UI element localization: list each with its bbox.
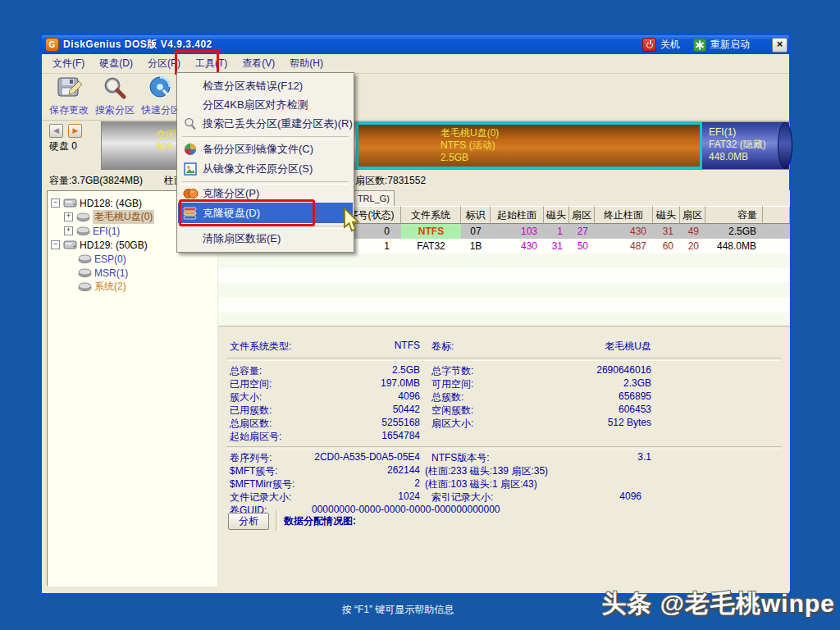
menu-item-search-lost-partitions[interactable]: 搜索已丢失分区(重建分区表)(R) [178,114,353,133]
expand-icon[interactable]: + [64,226,73,235]
mouse-cursor [343,208,363,237]
menu-item-label: 检查分区表错误(F12) [203,79,303,94]
cell-filesystem: NTFS [401,224,461,239]
analyze-button[interactable]: 分析 [228,513,269,530]
detail-chs-suffix: (柱面:103 磁头:1 扇区:43) [425,477,537,491]
detail-value: 老毛桃U盘 [556,340,651,353]
cell-end-cylinder: 430 [595,224,653,239]
col-start-head[interactable]: 磁头 [544,206,569,224]
shutdown-button[interactable]: 关机 [642,38,680,52]
save-icon [55,75,83,100]
search-partition-label: 搜索分区 [93,103,137,117]
detail-label: 起始扇区号: [230,430,322,443]
quick-partition-icon [147,75,175,100]
detail-label: 已用簇数: [230,404,322,417]
detail-label: 可用空间: [431,377,556,390]
detail-label: $MFTMirr簇号: [230,477,312,491]
save-changes-button[interactable]: 保存更改 [47,75,91,118]
menu-item-erase-sectors[interactable]: 清除扇区数据(E) [178,229,353,248]
expand-icon[interactable]: + [64,212,73,221]
menu-help[interactable]: 帮助(H) [282,54,331,73]
cell-start-head: 1 [544,224,569,239]
tree-item-laomaotao[interactable]: + 老毛桃U盘(0) [64,210,154,224]
menu-file[interactable]: 文件(F) [45,54,92,73]
efi-size: 448.0MB [709,151,766,163]
detail-value: 197.0MB [322,377,420,390]
detail-label: 总簇数: [431,390,556,404]
close-button[interactable]: × [772,38,788,52]
detail-row: 总扇区数:5255168 扇区大小:512 Bytes [230,417,782,430]
menu-item-check-partition-table[interactable]: 检查分区表错误(F12) [178,76,353,95]
detail-value: 1654784 [322,430,420,443]
col-end-cylinder[interactable]: 终止柱面 [595,206,653,224]
annotation-box-tools-menu [175,50,219,75]
tree-item-efi[interactable]: + EFI(1) [64,224,120,238]
collapse-icon[interactable]: − [51,199,60,208]
cell-id: 07 [461,224,491,239]
title-bar[interactable]: G DiskGenius DOS版 V4.9.3.402 关机 重新启动 × [42,35,789,54]
cell-end-sector: 20 [680,239,705,253]
menu-item-label: 清除扇区数据(E) [203,231,281,246]
col-capacity[interactable]: 容量 [705,206,763,224]
menu-item-label: 搜索已丢失分区(重建分区表)(R) [203,116,353,131]
allocation-chart-label: 数据分配情况图: [284,514,356,528]
restart-icon [693,39,706,52]
tree-item-msr[interactable]: MSR(1) [78,266,128,280]
menu-item-label: 从镜像文件还原分区(S) [203,162,313,176]
cell-end-sector: 49 [680,224,705,239]
next-disk-button[interactable]: ▶ [68,124,82,138]
tools-dropdown-menu: 检查分区表错误(F12) 分区4KB扇区对齐检测 搜索已丢失分区(重建分区表)(… [176,72,354,253]
search-partition-button[interactable]: 搜索分区 [93,75,137,118]
menu-item-4kb-alignment[interactable]: 分区4KB扇区对齐检测 [178,95,353,114]
col-end-sector[interactable]: 扇区 [680,206,705,224]
menu-item-backup-partition[interactable]: 备份分区到镜像文件(C) [178,139,353,158]
detail-label: 已用空间: [230,377,322,390]
cell-start-cylinder: 103 [491,224,544,239]
detail-value: 262144 [312,464,420,477]
tree-item-label: 系统(2) [94,280,126,294]
efi-partition-segment[interactable]: EFI(1) FAT32 (隐藏) 448.0MB [702,122,789,169]
menu-item-label: 备份分区到镜像文件(C) [203,142,313,157]
ntfs-partition-segment[interactable]: 老毛桃U盘(0) NTFS (活动) 2.5GB [356,122,702,169]
detail-label: 总字节数: [431,364,556,377]
tree-item-hd128[interactable]: − HD128: (4GB) [51,196,142,210]
free-size: 808. [156,141,176,153]
tree-item-system[interactable]: 系统(2) [78,280,126,294]
tree-item-label: 老毛桃U盘(0) [93,210,154,224]
tree-item-esp[interactable]: ESP(0) [78,252,126,266]
detail-row: 总容量:2.5GB 总字节数:2690646016 [230,364,782,377]
tree-item-label: HD129: (50GB) [80,240,148,251]
col-filesystem[interactable]: 文件系统 [401,206,461,224]
col-id[interactable]: 标识 [461,206,491,224]
col-start-cylinder[interactable]: 起始柱面 [491,206,544,224]
detail-label: 卷序列号: [230,451,312,464]
restart-label: 重新启动 [710,38,750,52]
menu-disk[interactable]: 硬盘(D) [92,54,140,73]
prev-disk-button[interactable]: ◀ [49,124,63,138]
restore-image-icon [178,162,203,176]
detail-label: 索引记录大小: [431,491,546,504]
disk-icon [63,198,77,208]
col-end-head[interactable]: 磁头 [653,206,680,224]
detail-row: 文件记录大小:1024 索引记录大小:4096 [230,491,782,504]
detail-value: 2 [312,477,420,491]
menu-view[interactable]: 查看(V) [235,54,282,73]
detail-value: 3.1 [556,451,651,464]
detail-label: 空闲簇数: [431,404,556,417]
detail-chs-suffix: (柱面:233 磁头:139 扇区:35) [425,464,548,477]
menu-item-label: 克隆分区(P) [203,186,259,201]
disk-label: 硬盘 0 [49,139,77,153]
tree-item-label: EFI(1) [93,226,120,237]
partition-icon [76,226,90,235]
detail-value: 2.3GB [556,377,651,390]
divider [276,510,279,531]
cell-filesystem: FAT32 [401,239,461,253]
detail-row: 簇大小:4096 总簇数:656895 [230,390,782,404]
col-start-sector[interactable]: 扇区 [569,206,595,224]
collapse-icon[interactable]: − [51,240,60,249]
partition-icon [78,268,92,277]
restart-button[interactable]: 重新启动 [693,38,750,52]
menu-item-restore-partition[interactable]: 从镜像文件还原分区(S) [178,159,353,178]
tree-item-hd129[interactable]: − HD129: (50GB) [51,238,148,252]
detail-value: 512 Bytes [556,417,651,430]
